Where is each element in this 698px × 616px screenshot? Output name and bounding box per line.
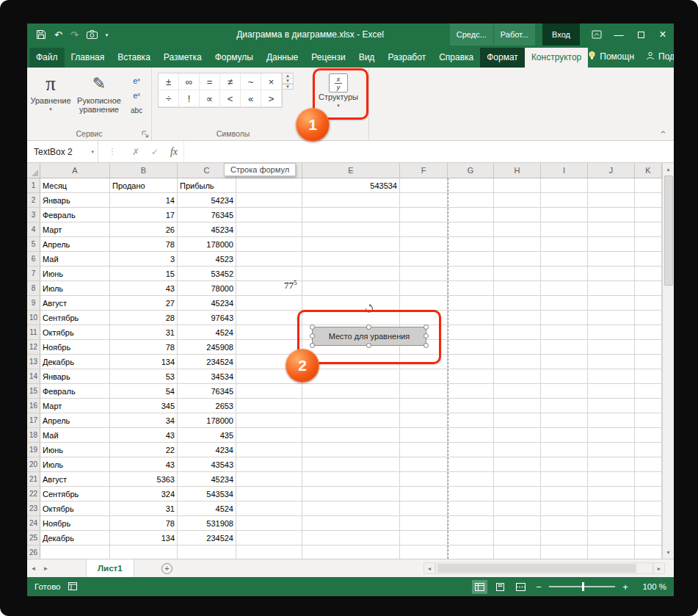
symbols-scroll-up-icon[interactable]: ▲ [283, 73, 293, 79]
cell-G16[interactable] [448, 399, 494, 413]
cell-G24[interactable] [448, 516, 494, 531]
cell-I22[interactable] [541, 487, 588, 501]
cell-A2[interactable]: Январь [40, 193, 110, 208]
tab-данные[interactable]: Данные [260, 48, 305, 68]
cell-A23[interactable]: Октябрь [40, 501, 110, 516]
cell-B2[interactable]: 14 [110, 193, 178, 208]
cell-F20[interactable] [400, 457, 448, 472]
cell-B14[interactable]: 53 [110, 369, 178, 384]
cell-A6[interactable]: Май [40, 252, 110, 267]
cell-K2[interactable] [635, 193, 662, 208]
cell-C6[interactable]: 4523 [178, 252, 236, 267]
cell-I14[interactable] [541, 369, 588, 384]
cell-F2[interactable] [400, 193, 448, 208]
cell-K14[interactable] [635, 369, 662, 384]
hscroll-left-icon[interactable]: ◄ [423, 562, 435, 574]
cell-I20[interactable] [541, 457, 588, 472]
cell-D16[interactable] [236, 399, 302, 413]
tab-конструктор[interactable]: Конструктор [525, 48, 588, 68]
cell-B4[interactable]: 26 [110, 222, 178, 237]
cell-I13[interactable] [541, 355, 588, 369]
cell-I3[interactable] [541, 208, 588, 222]
insert-function-button[interactable]: fx [164, 141, 183, 162]
cell-J16[interactable] [588, 399, 635, 413]
cell-H4[interactable] [494, 222, 541, 237]
cell-I10[interactable] [541, 311, 588, 325]
cell-G2[interactable] [448, 193, 494, 208]
cell-D23[interactable] [236, 501, 302, 516]
cell-B19[interactable]: 22 [110, 443, 178, 457]
context-tab-group-1[interactable]: Средс... [450, 23, 493, 46]
cell-G3[interactable] [448, 208, 494, 222]
normal-text-button[interactable]: abc [126, 104, 148, 117]
tab-help[interactable]: Помощн [588, 51, 634, 62]
cell-C8[interactable]: 78000 [178, 281, 236, 296]
cell-J22[interactable] [588, 487, 635, 501]
cell-I11[interactable] [541, 325, 588, 340]
cell-D2[interactable] [236, 193, 302, 208]
cell-J20[interactable] [588, 457, 635, 472]
cell-A8[interactable]: Июль [40, 281, 110, 296]
name-box[interactable]: TextBox 2 ▾ [27, 141, 98, 162]
zoom-level-label[interactable]: 100 % [636, 582, 666, 591]
cell-B11[interactable]: 31 [110, 325, 178, 340]
tab-справка[interactable]: Справка [432, 48, 480, 68]
scroll-up-icon[interactable]: ▲ [663, 163, 674, 175]
cell-C23[interactable]: 4524 [178, 501, 236, 516]
tab-вид[interactable]: Вид [352, 48, 382, 68]
cell-B8[interactable]: 43 [110, 281, 178, 296]
cell-B15[interactable]: 54 [110, 384, 178, 399]
vertical-scrollbar[interactable]: ▲ ▼ [662, 163, 674, 559]
cell-A9[interactable]: Август [40, 296, 110, 311]
cell-H5[interactable] [494, 237, 541, 252]
cell-D25[interactable] [236, 531, 302, 546]
cell-K7[interactable] [635, 267, 662, 281]
normal-view-icon[interactable] [472, 580, 487, 594]
formula-input[interactable] [183, 141, 674, 162]
cell-A25[interactable]: Декабрь [40, 531, 110, 546]
symbol-button[interactable]: ∝ [200, 90, 220, 107]
cell-K1[interactable] [635, 178, 662, 193]
column-header-J[interactable]: J [588, 163, 635, 178]
cell-K5[interactable] [635, 237, 662, 252]
cell-B25[interactable]: 134 [110, 531, 178, 546]
cell-G26[interactable] [448, 546, 494, 559]
dialog-launcher-icon[interactable] [140, 129, 150, 139]
sheet-prev-icon[interactable]: ◄ [27, 559, 40, 577]
symbol-button[interactable]: ± [159, 73, 179, 90]
cell-I23[interactable] [541, 501, 588, 516]
cell-F4[interactable] [400, 222, 448, 237]
cell-C25[interactable]: 234524 [178, 531, 236, 546]
cell-E23[interactable] [302, 501, 400, 516]
cell-K15[interactable] [635, 384, 662, 399]
cell-J6[interactable] [588, 252, 635, 267]
row-header-14[interactable]: 14 [27, 369, 40, 384]
cell-F23[interactable] [400, 501, 448, 516]
symbol-button[interactable]: ≠ [220, 73, 241, 90]
row-header-16[interactable]: 16 [27, 399, 40, 413]
select-all-button[interactable] [27, 163, 40, 178]
cell-D3[interactable] [236, 208, 302, 222]
cell-B18[interactable]: 43 [110, 428, 178, 443]
cell-C13[interactable]: 234524 [178, 355, 236, 369]
cell-J3[interactable] [588, 208, 635, 222]
cell-H20[interactable] [494, 457, 541, 472]
symbol-button[interactable]: × [261, 73, 282, 90]
cell-F21[interactable] [400, 472, 448, 487]
cell-G15[interactable] [448, 384, 494, 399]
cell-D11[interactable] [236, 325, 302, 340]
horizontal-scrollbar-thumb[interactable] [437, 564, 636, 573]
new-sheet-button[interactable]: + [159, 559, 175, 577]
cell-D9[interactable] [236, 296, 302, 311]
cell-H6[interactable] [494, 252, 541, 267]
cell-J26[interactable] [588, 546, 635, 559]
cell-B21[interactable]: 5363 [110, 472, 178, 487]
horizontal-scrollbar[interactable]: ◄ ► [423, 562, 665, 574]
cell-G13[interactable] [448, 355, 494, 369]
save-icon[interactable] [36, 29, 46, 40]
tab-файл[interactable]: Файл [29, 48, 65, 68]
column-header-K[interactable]: K [635, 163, 662, 178]
cell-A15[interactable]: Февраль [40, 384, 110, 399]
cell-J7[interactable] [588, 267, 635, 281]
cell-H9[interactable] [494, 296, 541, 311]
